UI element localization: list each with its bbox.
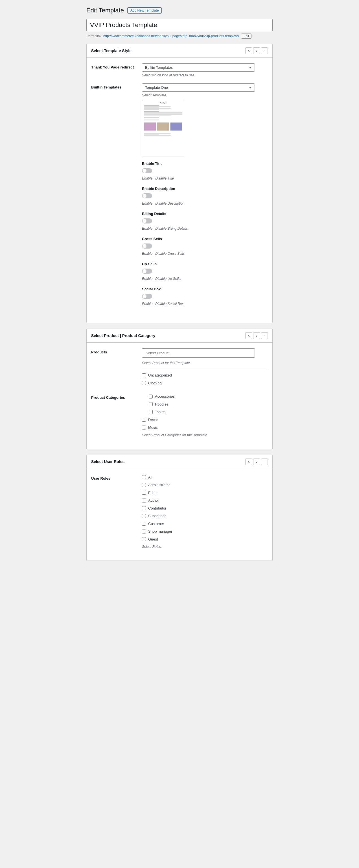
preview-section-3 <box>144 117 182 120</box>
toggle-social-box-switch[interactable] <box>142 293 152 299</box>
builtin-templates-content: Template One Template Two Template Three… <box>142 84 268 311</box>
checkbox-decor-input[interactable] <box>142 417 146 422</box>
preview-line <box>144 118 171 118</box>
checkbox-author[interactable]: Author <box>142 498 268 503</box>
checkbox-guest[interactable]: Guest <box>142 536 268 542</box>
checkbox-music-input[interactable] <box>142 426 146 430</box>
checkbox-customer-input[interactable] <box>142 522 146 526</box>
preview-line <box>144 117 159 118</box>
checkbox-contributor-input[interactable] <box>142 506 146 510</box>
panel-user-roles-header: Select User Roles ∧ ∨ − <box>87 455 272 469</box>
checkbox-uncategorized[interactable]: Uncategorized <box>142 373 268 378</box>
checkbox-shop-manager[interactable]: Shop manager <box>142 529 268 534</box>
toggle-billing-details-switch[interactable] <box>142 218 152 223</box>
toggle-enable-title: Enable Title Enable | Disable Title <box>142 161 268 181</box>
panel-product-up-button[interactable]: ∧ <box>245 332 252 339</box>
products-input[interactable] <box>142 348 255 358</box>
checkbox-subscriber-input[interactable] <box>142 514 146 518</box>
toggle-up-sells-switch[interactable] <box>142 269 152 274</box>
thank-you-redirect-select[interactable]: Builtin Templates Custom URL <box>142 63 255 71</box>
checkbox-accessories[interactable]: Accessories <box>142 394 268 399</box>
preview-line <box>144 119 159 120</box>
thank-you-redirect-hint: Select which kind of redirect to use. <box>142 73 268 78</box>
panel-style-up-button[interactable]: ∧ <box>245 48 252 54</box>
checkbox-tshirts[interactable]: Tshirts <box>142 409 268 415</box>
checkbox-guest-input[interactable] <box>142 537 146 541</box>
preview-product-2 <box>157 122 169 131</box>
checkbox-administrator-input[interactable] <box>142 483 146 487</box>
preview-line <box>144 113 182 114</box>
builtin-templates-hint: Select Template. <box>142 93 268 98</box>
toggle-enable-description-hint: Enable | Disable Description <box>142 201 268 206</box>
permalink-label: Permalink: <box>86 34 103 38</box>
preview-line <box>144 134 159 135</box>
preview-line <box>144 105 159 106</box>
preview-line <box>144 110 159 110</box>
checkbox-all-input[interactable] <box>142 475 146 479</box>
checkbox-uncategorized-label: Uncategorized <box>148 373 172 378</box>
panel-product-category-header: Select Product | Product Category ∧ ∨ − <box>87 329 272 343</box>
checkbox-customer[interactable]: Customer <box>142 521 268 527</box>
toggle-enable-title-label: Enable Title <box>142 161 268 166</box>
template-preview: Thankyou <box>142 100 184 156</box>
checkbox-contributor[interactable]: Contributor <box>142 505 268 511</box>
preview-line <box>144 108 171 109</box>
panel-user-roles-toggle-button[interactable]: − <box>261 459 268 465</box>
checkbox-editor-input[interactable] <box>142 491 146 495</box>
divider <box>142 368 268 368</box>
panel-user-roles-down-button[interactable]: ∨ <box>253 459 260 465</box>
checkbox-hoodies[interactable]: Hoodies <box>142 402 268 407</box>
products-row: Products Select Product for this Templat… <box>91 348 268 388</box>
panel-template-style-header: Select Template Style ∧ ∨ − <box>87 44 272 58</box>
panel-product-controls: ∧ ∨ − <box>245 332 268 339</box>
checkbox-administrator[interactable]: Administrator <box>142 482 268 488</box>
user-roles-content: All Administrator Editor Author Contribu… <box>142 474 268 550</box>
panel-style-toggle-button[interactable]: − <box>261 48 268 54</box>
preview-line <box>144 115 171 116</box>
permalink-edit-button[interactable]: Edit <box>241 34 251 39</box>
checkbox-music[interactable]: Music <box>142 425 268 430</box>
toggle-enable-description-switch[interactable] <box>142 193 152 198</box>
permalink-url[interactable]: http://woocommerce.koalaapps.net/thankyo… <box>103 34 239 38</box>
checkbox-shop-manager-input[interactable] <box>142 530 146 533</box>
template-name-input[interactable] <box>86 19 273 31</box>
preview-section-5 <box>144 133 182 136</box>
checkbox-author-input[interactable] <box>142 499 146 502</box>
panel-user-roles-up-button[interactable]: ∧ <box>245 459 252 465</box>
checkbox-accessories-input[interactable] <box>149 395 153 399</box>
preview-line <box>144 121 159 121</box>
panel-style-down-button[interactable]: ∨ <box>253 48 260 54</box>
toggle-enable-title-switch[interactable] <box>142 168 152 173</box>
checkbox-hoodies-input[interactable] <box>149 402 153 406</box>
preview-section-1 <box>144 105 182 111</box>
builtin-templates-select[interactable]: Template One Template Two Template Three <box>142 84 255 92</box>
panel-user-roles: Select User Roles ∧ ∨ − User Roles All A… <box>86 455 273 561</box>
toggle-cross-sells-switch[interactable] <box>142 244 152 249</box>
checkbox-editor[interactable]: Editor <box>142 490 268 496</box>
panel-template-style-title: Select Template Style <box>91 48 132 54</box>
panel-product-toggle-button[interactable]: − <box>261 332 268 339</box>
checkbox-tshirts-label: Tshirts <box>155 409 166 415</box>
builtin-templates-row: Builtin Templates Template One Template … <box>91 84 268 311</box>
checkbox-clothing[interactable]: Clothing <box>142 380 268 386</box>
panel-style-body: Thank You Page redirect Builtin Template… <box>87 58 272 323</box>
preview-line <box>144 106 171 107</box>
checkbox-clothing-input[interactable] <box>142 381 146 385</box>
add-new-template-button[interactable]: Add New Template <box>127 7 162 13</box>
panel-product-category-title: Select Product | Product Category <box>91 333 155 339</box>
panel-product-down-button[interactable]: ∨ <box>253 332 260 339</box>
checkbox-tshirts-input[interactable] <box>149 410 153 414</box>
checkbox-editor-label: Editor <box>148 490 158 496</box>
preview-line <box>144 133 171 134</box>
checkbox-decor[interactable]: Decor <box>142 417 268 423</box>
user-roles-label: User Roles <box>91 474 136 550</box>
checkbox-all-label: All <box>148 474 152 480</box>
toggle-cross-sells-label: Cross Sells <box>142 236 268 242</box>
checkbox-uncategorized-input[interactable] <box>142 373 146 377</box>
checkbox-shop-manager-label: Shop manager <box>148 529 172 534</box>
categories-hint: Select Product Categories for this Templ… <box>142 433 268 438</box>
preview-product-1 <box>144 122 156 131</box>
checkbox-all[interactable]: All <box>142 474 268 480</box>
checkbox-subscriber[interactable]: Subscriber <box>142 513 268 519</box>
preview-line <box>144 112 182 113</box>
